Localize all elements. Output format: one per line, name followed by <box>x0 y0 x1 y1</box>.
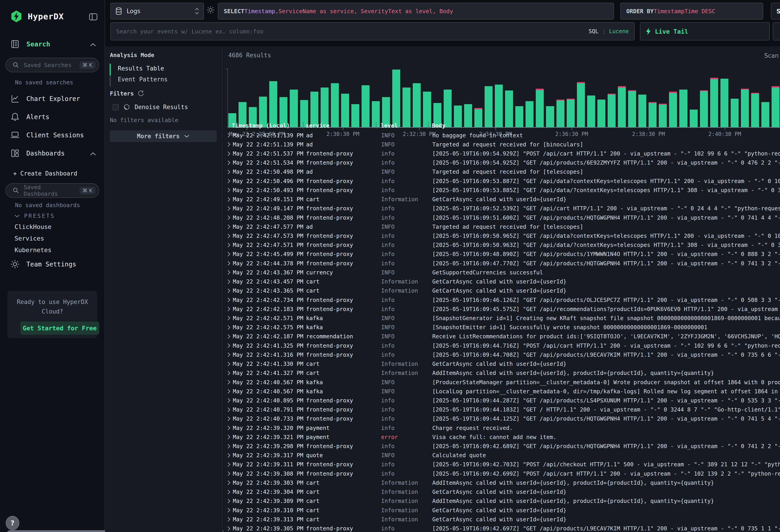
expand-row-chevron-icon[interactable] <box>226 206 230 211</box>
expand-row-chevron-icon[interactable] <box>226 316 230 321</box>
table-row[interactable]: May 22 2:42:42.571 PM kafka INFO [Snapsh… <box>223 313 780 323</box>
expand-row-chevron-icon[interactable] <box>226 407 230 412</box>
saved-dashboards-input[interactable]: Saved Dashboards ⌘ K <box>5 183 99 198</box>
expand-row-chevron-icon[interactable] <box>226 151 230 156</box>
collapse-sidebar-icon[interactable] <box>88 12 98 22</box>
sidebar-preset-services[interactable]: Services <box>0 233 105 244</box>
expand-row-chevron-icon[interactable] <box>226 325 230 330</box>
table-row[interactable]: May 22 2:42:43.457 PM cart Information G… <box>223 277 780 286</box>
table-row[interactable]: May 22 2:42:50.498 PM ad INFO Targeted a… <box>223 167 780 177</box>
live-tail-button[interactable]: Live Tail <box>640 22 770 41</box>
column-header-timestamp[interactable]: Timestamp (Local) <box>232 122 306 129</box>
lang-toggle-sql[interactable]: SQL <box>589 28 598 35</box>
expand-row-chevron-icon[interactable] <box>226 517 230 522</box>
expand-row-chevron-icon[interactable] <box>226 215 230 220</box>
expand-row-chevron-icon[interactable] <box>226 289 230 293</box>
chart-plot[interactable] <box>228 69 780 128</box>
more-filters-button[interactable]: More filters <box>110 130 217 142</box>
table-row[interactable]: May 22 2:42:43.365 PM cart Information G… <box>223 286 780 295</box>
get-started-button[interactable]: Get Started for Free <box>20 322 99 335</box>
sidebar-item-dashboards[interactable]: Dashboards <box>10 148 65 158</box>
expand-row-chevron-icon[interactable] <box>226 261 230 265</box>
source-select[interactable]: Logs <box>110 3 204 19</box>
table-row[interactable]: May 22 2:42:51.537 PM frontend-proxy inf… <box>223 149 780 158</box>
expand-row-chevron-icon[interactable] <box>226 234 230 238</box>
table-row[interactable]: May 22 2:42:50.496 PM frontend-proxy inf… <box>223 177 780 186</box>
expand-row-chevron-icon[interactable] <box>226 133 230 138</box>
column-header-body[interactable]: Body <box>432 122 780 129</box>
expand-row-chevron-icon[interactable] <box>226 389 230 393</box>
table-row[interactable]: May 22 2:42:39.303 PM cart Information A… <box>223 478 780 487</box>
table-row[interactable]: May 22 2:42:51.139 PM ad INFO no baggage… <box>223 131 780 140</box>
table-row[interactable]: May 22 2:42:39.310 PM cart Information G… <box>223 505 780 515</box>
expand-row-chevron-icon[interactable] <box>226 417 230 421</box>
table-row[interactable]: May 22 2:42:39.309 PM cart Information A… <box>223 496 780 505</box>
expand-row-chevron-icon[interactable] <box>226 481 230 485</box>
table-row[interactable]: May 22 2:42:39.321 PM payment error Visa… <box>223 432 780 441</box>
table-row[interactable]: May 22 2:42:39.308 PM frontend-proxy inf… <box>223 469 780 478</box>
table-row[interactable]: May 22 2:42:47.571 PM frontend-proxy inf… <box>223 241 780 250</box>
create-dashboard-button[interactable]: + Create Dashboard <box>13 170 77 177</box>
table-row[interactable]: May 22 2:42:40.733 PM frontend-proxy inf… <box>223 414 780 423</box>
table-row[interactable]: May 22 2:42:42.575 PM kafka INFO [Snapsh… <box>223 323 780 332</box>
table-row[interactable]: May 22 2:42:39.311 PM frontend-proxy inf… <box>223 460 780 469</box>
column-resize-handle[interactable] <box>428 122 429 129</box>
sidebar-item-alerts[interactable]: Alerts <box>10 112 49 122</box>
presets-header[interactable]: PRESETS <box>14 213 55 219</box>
expand-row-chevron-icon[interactable] <box>226 142 230 147</box>
expand-row-chevron-icon[interactable] <box>226 279 230 284</box>
expand-row-chevron-icon[interactable] <box>226 298 230 302</box>
table-row[interactable]: May 22 2:42:47.577 PM ad INFO Targeted a… <box>223 222 780 231</box>
table-row[interactable]: May 22 2:42:41.327 PM cart Information A… <box>223 369 780 378</box>
expand-row-chevron-icon[interactable] <box>226 160 230 165</box>
table-row[interactable]: May 22 2:42:48.208 PM frontend-proxy inf… <box>223 213 780 222</box>
mode-results-table[interactable]: Results Table <box>118 65 164 72</box>
table-row[interactable]: May 22 2:42:41.325 PM frontend-proxy inf… <box>223 341 780 350</box>
help-button[interactable]: ? <box>6 516 19 530</box>
sidebar-preset-clickhouse[interactable]: ClickHouse <box>0 221 105 233</box>
table-row[interactable]: May 22 2:42:39.313 PM cart Information G… <box>223 515 780 524</box>
expand-row-chevron-icon[interactable] <box>226 252 230 256</box>
table-row[interactable]: May 22 2:42:50.493 PM frontend-proxy inf… <box>223 186 780 195</box>
expand-row-chevron-icon[interactable] <box>226 508 230 513</box>
expand-row-chevron-icon[interactable] <box>226 444 230 448</box>
lang-toggle-lucene[interactable]: Lucene <box>609 28 629 35</box>
expand-row-chevron-icon[interactable] <box>226 526 230 531</box>
sidebar-preset-kubernetes[interactable]: Kubernetes <box>0 244 105 256</box>
expand-row-chevron-icon[interactable] <box>226 435 230 439</box>
table-row[interactable]: May 22 2:42:44.378 PM frontend-proxy inf… <box>223 259 780 268</box>
table-row[interactable]: May 22 2:42:40.567 PM kafka INFO [LocalL… <box>223 387 780 396</box>
sidebar-item-search[interactable]: Search <box>10 39 50 49</box>
select-clause-input[interactable]: SELECT Timestamp, ServiceName as service… <box>218 3 614 19</box>
search-input[interactable]: Search your events w/ Lucene ex. column:… <box>110 22 635 41</box>
table-row[interactable]: May 22 2:42:41.316 PM frontend-proxy inf… <box>223 350 780 359</box>
table-row[interactable]: May 22 2:42:39.305 PM frontend-proxy inf… <box>223 524 780 532</box>
sidebar-item-client-sessions[interactable]: Client Sessions <box>10 130 84 140</box>
table-row[interactable]: May 22 2:42:39.320 PM payment info Charg… <box>223 423 780 432</box>
expand-row-chevron-icon[interactable] <box>226 343 230 348</box>
expand-row-chevron-icon[interactable] <box>226 188 230 193</box>
chevron-up-icon[interactable] <box>90 43 96 47</box>
expand-row-chevron-icon[interactable] <box>226 179 230 183</box>
table-row[interactable]: May 22 2:42:47.573 PM frontend-proxy inf… <box>223 231 780 240</box>
table-row[interactable]: May 22 2:42:45.499 PM frontend-proxy inf… <box>223 250 780 259</box>
table-row[interactable]: May 22 2:42:49.151 PM cart Information G… <box>223 195 780 204</box>
mode-event-patterns[interactable]: Event Patterns <box>118 76 167 83</box>
saved-searches-input[interactable]: Saved Searches ⌘ K <box>5 58 99 72</box>
sidebar-item-chart-explorer[interactable]: Chart Explorer <box>10 94 80 104</box>
column-resize-handle[interactable] <box>376 122 377 129</box>
expand-row-chevron-icon[interactable] <box>226 490 230 494</box>
table-row[interactable]: May 22 2:42:42.187 PM recommendation INF… <box>223 332 780 341</box>
table-row[interactable]: May 22 2:42:43.367 PM currency INFO GetS… <box>223 268 780 277</box>
orderby-clause-input[interactable]: ORDER BY TimestampTime DESC <box>620 3 763 19</box>
expand-row-chevron-icon[interactable] <box>226 462 230 467</box>
expand-row-chevron-icon[interactable] <box>226 270 230 275</box>
table-row[interactable]: May 22 2:42:51.139 PM ad INFO Targeted a… <box>223 140 780 149</box>
expand-row-chevron-icon[interactable] <box>226 243 230 247</box>
expand-row-chevron-icon[interactable] <box>226 499 230 503</box>
table-row[interactable]: May 22 2:42:39.317 PM quote INFO Calcula… <box>223 451 780 460</box>
table-row[interactable]: May 22 2:42:40.895 PM frontend-proxy inf… <box>223 396 780 405</box>
table-row[interactable]: May 22 2:42:49.147 PM frontend-proxy inf… <box>223 204 780 213</box>
expand-row-chevron-icon[interactable] <box>226 371 230 375</box>
save-button[interactable]: Save <box>771 3 780 19</box>
